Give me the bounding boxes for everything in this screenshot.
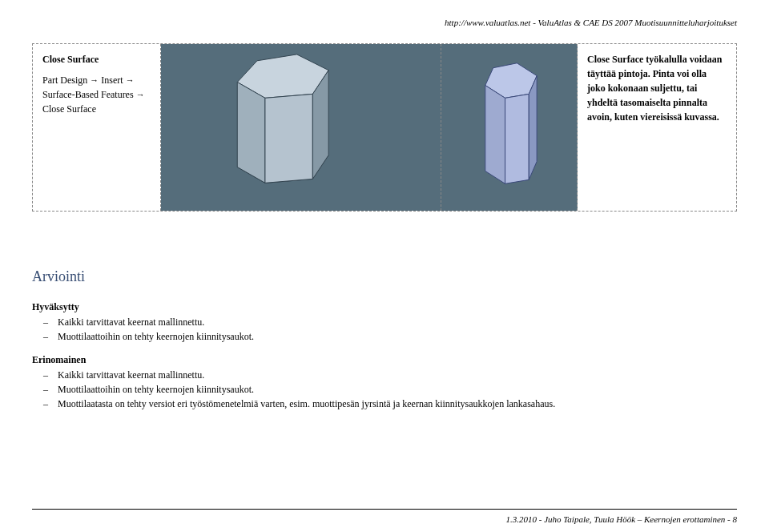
path-seg4: Close Surface — [42, 103, 96, 115]
path-seg1: Part Design — [42, 75, 90, 86]
erinomainen-block: Erinomainen Kaikki tarvittavat keernat m… — [32, 354, 555, 413]
command-title: Close Surface — [42, 52, 151, 66]
hyvaksytty-block: Hyväksytty Kaikki tarvittavat keernat ma… — [32, 301, 254, 345]
svg-marker-7 — [505, 94, 529, 183]
path-seg2: Insert — [99, 75, 125, 86]
path-seg3: Surface-Based Features — [42, 89, 136, 100]
svg-marker-2 — [237, 83, 265, 183]
section-heading-arviointi: Arviointi — [32, 268, 85, 285]
command-cell: Close Surface Part Design → Insert → Sur… — [33, 44, 161, 211]
svg-marker-8 — [529, 76, 537, 180]
hyvaksytty-label: Hyväksytty — [32, 301, 254, 313]
arrow-icon: → — [126, 75, 135, 85]
header-url: http://www.valuatlas.net - ValuAtlas & C… — [445, 18, 737, 27]
description-cell: Close Surface työkalulla voidaan täyttää… — [578, 44, 736, 211]
erinomainen-label: Erinomainen — [32, 354, 555, 366]
image-cell-1 — [161, 44, 441, 211]
command-path: Part Design → Insert → Surface-Based Fea… — [42, 73, 151, 116]
image-cell-2 — [441, 44, 578, 211]
hyvaksytty-list: Kaikki tarvittavat keernat mallinnettu. … — [58, 316, 254, 343]
arrow-icon: → — [136, 90, 145, 99]
svg-marker-6 — [485, 86, 505, 184]
list-item: Muottilaatasta on tehty versiot eri työs… — [58, 398, 555, 410]
hex-prism-right — [441, 44, 577, 211]
svg-marker-3 — [265, 94, 312, 183]
list-item: Muottilaattoihin on tehty keernojen kiin… — [58, 331, 254, 343]
list-item: Kaikki tarvittavat keernat mallinnettu. — [58, 369, 555, 381]
list-item: Muottilaattoihin on tehty keernojen kiin… — [58, 384, 555, 396]
hex-prism-left — [161, 44, 441, 211]
footer-text: 1.3.2010 - Juho Taipale, Tuula Höök – Ke… — [505, 514, 737, 524]
erinomainen-list: Kaikki tarvittavat keernat mallinnettu. … — [58, 369, 555, 410]
arrow-icon: → — [90, 75, 99, 85]
footer-divider — [32, 509, 737, 510]
list-item: Kaikki tarvittavat keernat mallinnettu. — [58, 316, 254, 328]
instruction-box: Close Surface Part Design → Insert → Sur… — [32, 43, 737, 212]
